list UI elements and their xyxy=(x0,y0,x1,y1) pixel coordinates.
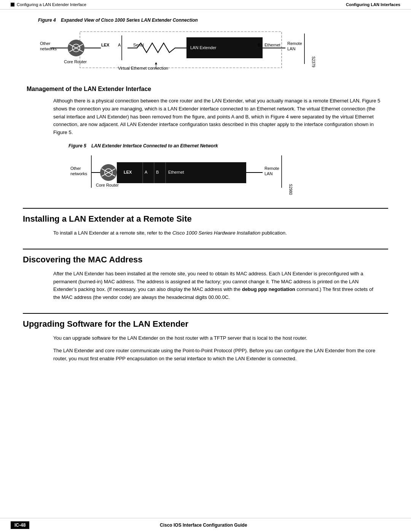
header-right: Configuring LAN Interfaces xyxy=(346,2,400,7)
fig5-caption: Figure 5 LAN Extender Interface Connecte… xyxy=(68,143,218,149)
fig4-core-router-label: Core Router xyxy=(64,59,87,64)
fig5-caption-line: Figure 5 LAN Extender Interface Connecte… xyxy=(68,143,388,149)
page: Configuring a LAN Extender Interface Con… xyxy=(0,0,411,532)
management-heading: Management of the LAN Extender Interface xyxy=(27,86,388,93)
header-square-icon xyxy=(11,3,14,6)
fig5-diagram-wrapper: Other networks Core Router LEX A xyxy=(68,152,388,197)
header: Configuring a LAN Extender Interface Con… xyxy=(0,0,411,10)
fig4-ethernet-label: Ethernet xyxy=(264,43,280,47)
fig4-lex-label: LEX xyxy=(101,43,110,47)
footer-title: Cisco IOS Interface Configuration Guide xyxy=(160,522,247,528)
fig4-diagram-wrapper: Other networks Core Router LEX A xyxy=(38,26,388,77)
fig5-ethernet-label: Ethernet xyxy=(168,170,184,174)
footer-page-label: IC-48 xyxy=(11,521,29,529)
fig5-svg: Other networks Core Router LEX A xyxy=(68,152,304,195)
fig4-a-label: A xyxy=(118,43,121,47)
fig5-series-num: S2980 xyxy=(288,184,293,195)
fig4-other-networks-line1: Other xyxy=(40,41,51,46)
fig4-caption: Figure 4 Expanded View of Cisco 1000 Ser… xyxy=(38,18,198,23)
fig5-core-router-label: Core Router xyxy=(96,183,119,187)
management-section: Management of the LAN Extender Interface xyxy=(27,86,388,93)
footer: IC-48 Cisco IOS Interface Configuration … xyxy=(0,518,411,532)
header-left: Configuring a LAN Extender Interface xyxy=(11,2,86,7)
fig4-svg: Other networks Core Router LEX A xyxy=(38,26,365,75)
fig5-a-label: A xyxy=(145,170,148,174)
main-content: Figure 4 Expanded View of Cisco 1000 Ser… xyxy=(0,10,411,518)
fig5-lex-label: LEX xyxy=(124,170,132,174)
fig4-lan-extender-label-inner: LAN Extender xyxy=(190,45,217,50)
fig5-remote-lan-line2: LAN xyxy=(264,171,272,176)
fig4-b-label: B xyxy=(258,43,260,47)
fig4-virtual-ethernet-label: Virtual Ethernet connection xyxy=(118,66,168,70)
upgrading-para1: You can upgrade software for the LAN Ext… xyxy=(53,334,381,342)
installing-para1: To install a LAN Extender at a remote si… xyxy=(53,229,381,237)
fig4-remote-lan-line1: Remote xyxy=(287,41,302,46)
management-para1: Although there is a physical connection … xyxy=(53,97,381,137)
fig4-remote-lan-line2: LAN xyxy=(287,46,295,51)
discovering-heading: Discovering the MAC Address xyxy=(23,249,388,265)
fig4-caption-line: Figure 4 Expanded View of Cisco 1000 Ser… xyxy=(38,17,388,23)
installing-heading: Installing a LAN Extender at a Remote Si… xyxy=(23,208,388,224)
fig5-other-networks-line2: networks xyxy=(70,171,88,176)
fig4-other-networks-line2: networks xyxy=(40,46,57,51)
discovering-para1: After the LAN Extender has been installe… xyxy=(53,270,381,302)
fig5-other-networks-line1: Other xyxy=(70,166,81,171)
fig5-b-label: B xyxy=(156,170,159,174)
fig5-remote-lan-line1: Remote xyxy=(264,166,279,171)
upgrading-para2: The LAN Extender and core router communi… xyxy=(53,347,381,363)
upgrading-heading: Upgrading Software for the LAN Extender xyxy=(23,313,388,329)
header-breadcrumb: Configuring a LAN Extender Interface xyxy=(17,2,86,7)
fig4-series-num: S2379 xyxy=(311,56,315,67)
